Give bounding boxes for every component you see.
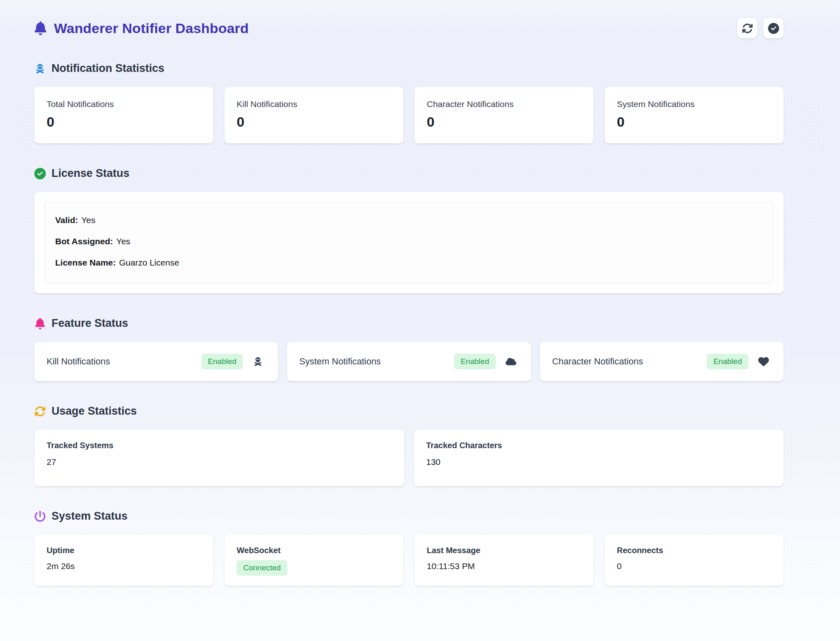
license-row-valid: Valid:Yes — [55, 215, 763, 225]
heart-icon — [758, 356, 769, 367]
page-title: Wanderer Notifier Dashboard — [54, 20, 249, 36]
status-badge: Connected — [237, 560, 287, 576]
section-title: Usage Statistics — [52, 405, 137, 418]
system-value: 10:11:53 PM — [427, 561, 581, 571]
system-label: Uptime — [47, 546, 201, 555]
section-license-status: License Status Valid:Yes Bot Assigned:Ye… — [34, 167, 784, 293]
feature-card-character-notifications: Character Notifications Enabled — [540, 342, 784, 381]
stats-grid: Total Notifications 0 Kill Notifications… — [34, 87, 784, 143]
system-value: 2m 26s — [47, 561, 201, 571]
license-row-value: Yes — [116, 237, 130, 246]
system-label: Reconnects — [617, 546, 771, 555]
section-notification-statistics: Notification Statistics Total Notificati… — [34, 62, 784, 143]
header-actions — [737, 18, 784, 38]
license-row-value: Yes — [81, 215, 95, 225]
dashboard-page: Wanderer Notifier Dashboard Notification… — [0, 0, 840, 610]
header: Wanderer Notifier Dashboard — [34, 18, 784, 38]
status-check-button[interactable] — [763, 18, 784, 38]
badge-row: Connected — [237, 560, 391, 576]
section-header: Feature Status — [34, 317, 784, 330]
section-title: Notification Statistics — [52, 62, 164, 75]
stat-value: 0 — [617, 114, 771, 130]
section-title: System Status — [52, 510, 128, 523]
system-value: 0 — [617, 561, 771, 571]
stat-card-total-notifications: Total Notifications 0 — [34, 87, 213, 143]
license-card: Valid:Yes Bot Assigned:Yes License Name:… — [34, 192, 784, 293]
feature-card-system-notifications: System Notifications Enabled — [287, 342, 531, 381]
usage-label: Tracked Characters — [426, 441, 772, 450]
stat-label: Character Notifications — [427, 99, 581, 109]
check-circle-icon — [34, 168, 46, 179]
feature-label: Character Notifications — [552, 356, 707, 367]
stat-value: 0 — [47, 114, 201, 130]
feature-card-kill-notifications: Kill Notifications Enabled — [34, 342, 278, 381]
skull-crossbones-icon — [253, 356, 263, 367]
section-header: Notification Statistics — [34, 62, 784, 75]
section-header: System Status — [34, 510, 784, 523]
stat-label: Total Notifications — [47, 99, 201, 109]
usage-value: 27 — [47, 457, 392, 467]
section-header: License Status — [34, 167, 784, 180]
license-details-box: Valid:Yes Bot Assigned:Yes License Name:… — [44, 202, 774, 284]
refresh-icon — [742, 23, 753, 34]
system-card-last-message: Last Message 10:11:53 PM — [414, 535, 594, 586]
system-card-websocket: WebSocket Connected — [224, 535, 403, 586]
status-badge: Enabled — [707, 354, 748, 369]
section-usage-statistics: Usage Statistics Tracked Systems 27 Trac… — [34, 405, 784, 486]
section-title: Feature Status — [52, 317, 128, 330]
stat-card-kill-notifications: Kill Notifications 0 — [224, 87, 403, 143]
title-wrap: Wanderer Notifier Dashboard — [34, 20, 249, 36]
stat-label: System Notifications — [617, 99, 771, 109]
license-row-bot-assigned: Bot Assigned:Yes — [55, 237, 763, 246]
usage-label: Tracked Systems — [47, 441, 392, 450]
stat-card-character-notifications: Character Notifications 0 — [414, 87, 594, 143]
bell-icon — [34, 21, 47, 35]
section-feature-status: Feature Status Kill Notifications Enable… — [34, 317, 784, 381]
system-label: WebSocket — [237, 546, 391, 555]
feature-label: Kill Notifications — [47, 356, 202, 367]
status-badge: Enabled — [202, 354, 243, 369]
license-row-label: Bot Assigned: — [55, 237, 113, 246]
license-row-label: License Name: — [55, 258, 116, 267]
check-circle-icon — [768, 23, 779, 34]
bell-icon — [34, 318, 46, 329]
status-badge: Enabled — [454, 354, 496, 369]
system-card-uptime: Uptime 2m 26s — [34, 535, 213, 586]
usage-value: 130 — [426, 457, 772, 467]
section-title: License Status — [52, 167, 130, 180]
section-system-status: System Status Uptime 2m 26s WebSocket Co… — [34, 510, 784, 586]
usage-grid: Tracked Systems 27 Tracked Characters 13… — [34, 430, 784, 486]
section-header: Usage Statistics — [34, 405, 784, 418]
skull-crossbones-icon — [34, 63, 46, 74]
license-row-value: Guarzo License — [119, 258, 179, 267]
system-label: Last Message — [427, 546, 581, 555]
system-grid: Uptime 2m 26s WebSocket Connected Last M… — [34, 535, 784, 586]
stat-label: Kill Notifications — [237, 99, 391, 109]
feature-label: System Notifications — [299, 356, 454, 367]
power-icon — [34, 511, 46, 522]
features-grid: Kill Notifications Enabled System Notifi… — [34, 342, 784, 381]
license-row-label: Valid: — [55, 215, 78, 225]
usage-card-tracked-characters: Tracked Characters 130 — [414, 430, 784, 486]
stat-value: 0 — [237, 114, 391, 130]
usage-card-tracked-systems: Tracked Systems 27 — [34, 430, 404, 486]
refresh-button[interactable] — [737, 18, 757, 38]
system-card-reconnects: Reconnects 0 — [605, 535, 784, 586]
stat-value: 0 — [427, 114, 581, 130]
stat-card-system-notifications: System Notifications 0 — [605, 87, 784, 143]
refresh-icon — [34, 406, 46, 417]
cloud-icon — [506, 356, 516, 367]
license-row-license-name: License Name:Guarzo License — [55, 258, 763, 268]
